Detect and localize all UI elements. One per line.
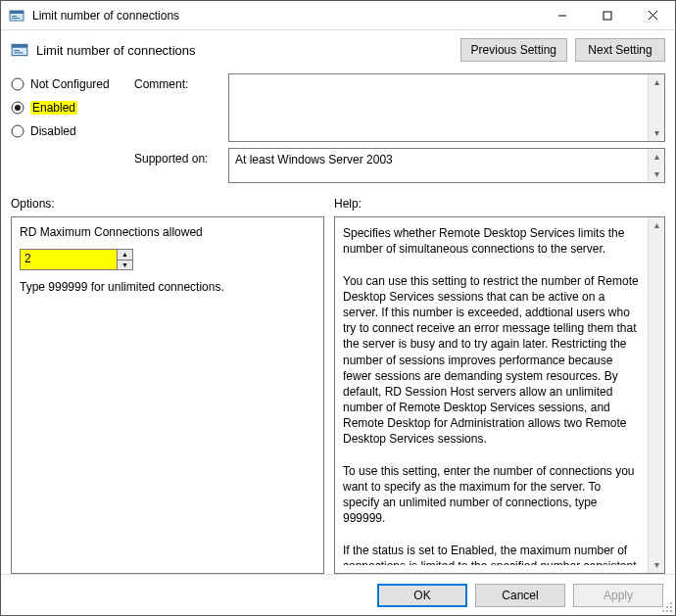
spinner-down-button[interactable]: ▼ — [118, 261, 132, 270]
scrollbar[interactable]: ▴ ▾ — [648, 217, 664, 573]
svg-rect-5 — [604, 12, 611, 20]
previous-setting-button[interactable]: Previous Setting — [460, 38, 567, 62]
svg-point-16 — [670, 602, 672, 604]
header-title: Limit number of connections — [36, 43, 196, 58]
apply-button[interactable]: Apply — [573, 584, 663, 607]
options-label: Options: — [11, 197, 334, 211]
options-panel: RD Maximum Connections allowed 2 ▲ ▼ Typ… — [11, 216, 324, 574]
svg-point-18 — [670, 606, 672, 608]
svg-rect-11 — [14, 52, 23, 53]
svg-point-21 — [670, 610, 672, 612]
svg-point-17 — [666, 606, 668, 608]
radio-label: Enabled — [30, 101, 77, 115]
titlebar: Limit number of connections — [1, 1, 675, 30]
option-field-label: RD Maximum Connections allowed — [20, 225, 315, 239]
supported-on-value: At least Windows Server 2003 — [235, 153, 393, 166]
policy-icon — [9, 8, 24, 24]
help-panel: Specifies whether Remote Desktop Service… — [334, 216, 665, 574]
spinner-up-button[interactable]: ▲ — [118, 250, 132, 261]
help-text: Specifies whether Remote Desktop Service… — [343, 225, 656, 565]
close-button[interactable] — [630, 1, 675, 29]
svg-rect-2 — [12, 16, 17, 17]
radio-off-icon — [11, 124, 24, 138]
radio-enabled[interactable]: Enabled — [11, 101, 128, 115]
next-setting-button[interactable]: Next Setting — [575, 38, 665, 62]
scrollbar[interactable]: ▴ ▾ — [648, 74, 664, 141]
svg-point-14 — [15, 105, 21, 111]
svg-point-12 — [12, 78, 24, 90]
radio-disabled[interactable]: Disabled — [11, 124, 128, 138]
scroll-up-icon: ▴ — [654, 74, 659, 90]
policy-icon — [11, 41, 28, 59]
dialog-footer: OK Cancel Apply — [1, 574, 675, 615]
scroll-down-icon: ▾ — [654, 557, 659, 573]
svg-point-20 — [666, 610, 668, 612]
comment-textarea[interactable]: ▴ ▾ — [228, 73, 665, 142]
cancel-button[interactable]: Cancel — [475, 584, 565, 607]
radio-off-icon — [11, 77, 24, 91]
radio-not-configured[interactable]: Not Configured — [11, 77, 128, 91]
maximize-button[interactable] — [585, 1, 630, 29]
radio-label: Not Configured — [30, 77, 110, 91]
scroll-down-icon: ▾ — [654, 166, 659, 182]
svg-point-15 — [12, 125, 24, 137]
window-title: Limit number of connections — [30, 9, 540, 23]
policy-dialog: Limit number of connections Limit number… — [0, 0, 676, 616]
svg-point-19 — [662, 610, 664, 612]
option-hint: Type 999999 for unlimited connections. — [20, 280, 315, 294]
svg-rect-1 — [10, 11, 24, 14]
radio-on-icon — [11, 101, 24, 115]
resize-grip-icon[interactable] — [661, 601, 673, 613]
max-connections-value[interactable]: 2 — [21, 250, 117, 269]
scroll-up-icon: ▴ — [654, 149, 659, 165]
comment-label: Comment: — [134, 73, 222, 91]
minimize-button[interactable] — [540, 1, 585, 29]
help-label: Help: — [334, 197, 362, 211]
svg-rect-9 — [12, 44, 27, 47]
supported-on-label: Supported on: — [134, 148, 222, 183]
max-connections-spinner[interactable]: 2 ▲ ▼ — [20, 249, 133, 270]
scrollbar[interactable]: ▴ ▾ — [648, 149, 664, 182]
scroll-up-icon: ▴ — [654, 217, 659, 233]
ok-button[interactable]: OK — [377, 584, 467, 607]
svg-rect-3 — [12, 18, 20, 19]
radio-label: Disabled — [30, 124, 76, 138]
svg-rect-10 — [14, 50, 20, 51]
supported-on-field: At least Windows Server 2003 ▴ ▾ — [228, 148, 665, 183]
scroll-down-icon: ▾ — [654, 125, 659, 141]
